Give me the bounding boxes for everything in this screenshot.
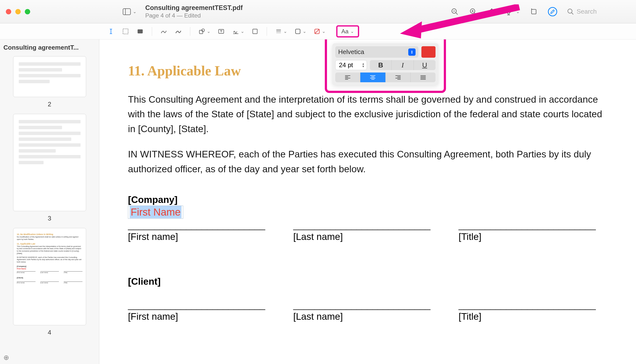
- sidebar-toggle-button[interactable]: ⌄: [123, 8, 136, 15]
- title-label: [Title]: [459, 311, 604, 322]
- font-size-input[interactable]: 24 pt ▲▼: [335, 60, 367, 70]
- shapes-tool[interactable]: ⌄: [198, 28, 210, 35]
- add-page-button[interactable]: ⊕: [4, 354, 9, 362]
- chevron-down-icon: ⌄: [303, 29, 306, 34]
- signature-line: __________________________: [459, 300, 604, 310]
- text-selection-tool[interactable]: [107, 28, 115, 35]
- align-justify-button[interactable]: [411, 72, 436, 82]
- svg-rect-24: [296, 29, 300, 34]
- chevron-down-icon: ⌄: [284, 29, 287, 34]
- zoom-out-button[interactable]: [450, 7, 459, 16]
- close-window-button[interactable]: [6, 9, 11, 14]
- share-button[interactable]: [487, 7, 496, 16]
- align-center-button[interactable]: [360, 72, 386, 82]
- svg-point-12: [568, 9, 572, 13]
- last-name-label: [Last name]: [293, 232, 439, 242]
- underline-button[interactable]: U: [414, 60, 436, 70]
- page-thumbnail-3[interactable]: [13, 114, 86, 211]
- window-titlebar: ⌄ Consulting agreementTEST.pdf Page 4 of…: [0, 0, 636, 23]
- border-color-tool[interactable]: ⌄: [294, 28, 306, 35]
- svg-line-6: [474, 13, 476, 14]
- note-tool[interactable]: [251, 28, 259, 35]
- text-style-label: Aa: [341, 28, 348, 35]
- font-size-value: 24 pt: [339, 61, 353, 69]
- rectangular-selection-tool[interactable]: [122, 28, 130, 35]
- select-arrows-icon: ▲▼: [408, 48, 416, 56]
- redact-tool[interactable]: [136, 28, 144, 35]
- stepper-icon[interactable]: ▲▼: [362, 62, 365, 68]
- align-right-button[interactable]: [386, 72, 411, 82]
- fill-color-tool[interactable]: ⌄: [313, 28, 326, 35]
- highlight-button[interactable]: ⌄: [506, 7, 520, 16]
- sketch-tool[interactable]: [160, 28, 168, 35]
- text-style-popover: Helvetica ▲▼ 24 pt ▲▼ B I U: [332, 43, 438, 85]
- page-thumbnail-2[interactable]: [13, 56, 86, 97]
- document-paragraph: This Consulting Agreement and the interp…: [128, 92, 604, 136]
- last-name-label: [Last name]: [293, 311, 439, 322]
- text-color-swatch[interactable]: [422, 46, 436, 58]
- minimize-window-button[interactable]: [15, 9, 21, 14]
- svg-rect-11: [532, 9, 536, 14]
- document-status: Page 4 of 4 — Edited: [145, 12, 243, 19]
- text-style-button[interactable]: Aa ⌄: [336, 25, 359, 38]
- svg-line-13: [572, 12, 574, 14]
- thumbnail-sidebar: Consulting agreementT... 2 3 10. No Modi…: [0, 40, 99, 364]
- signature-line: __________________________: [459, 220, 604, 230]
- zoom-in-button[interactable]: [469, 7, 478, 16]
- sidebar-doc-title: Consulting agreementT...: [0, 44, 99, 53]
- chevron-down-icon: ⌄: [207, 29, 210, 34]
- chevron-down-icon: ⌄: [133, 9, 136, 14]
- title-label: [Title]: [459, 232, 604, 242]
- font-family-value: Helvetica: [338, 48, 364, 56]
- sign-tool[interactable]: ⌄: [232, 28, 244, 35]
- italic-button[interactable]: I: [392, 60, 414, 70]
- client-label: [Client]: [128, 276, 604, 287]
- first-name-label: [First name]: [128, 232, 274, 242]
- svg-rect-16: [200, 30, 203, 34]
- fullscreen-window-button[interactable]: [25, 9, 30, 14]
- page-number: 4: [13, 329, 86, 336]
- border-style-tool[interactable]: ⌄: [275, 28, 287, 35]
- chevron-down-icon: ⌄: [350, 29, 354, 34]
- svg-line-3: [456, 13, 458, 14]
- font-family-select[interactable]: Helvetica ▲▼: [335, 46, 418, 58]
- company-label: [Company]: [128, 194, 604, 205]
- align-left-button[interactable]: [335, 72, 360, 82]
- signature-line: __________________________: [128, 300, 274, 310]
- search-placeholder: Search: [577, 8, 596, 15]
- text-annotation-content[interactable]: First Name: [130, 206, 182, 218]
- svg-rect-15: [138, 29, 143, 33]
- signature-line: __________________________: [293, 300, 439, 310]
- page-number: 3: [13, 214, 86, 222]
- svg-rect-14: [123, 29, 128, 34]
- chevron-down-icon: ⌄: [241, 29, 244, 34]
- bold-button[interactable]: B: [370, 60, 392, 70]
- chevron-down-icon: ⌄: [322, 29, 326, 34]
- svg-rect-20: [253, 29, 258, 34]
- rotate-button[interactable]: [530, 7, 538, 16]
- text-annotation-box[interactable]: First Name: [128, 206, 183, 219]
- first-name-label: [First name]: [128, 311, 274, 322]
- document-title: Consulting agreementTEST.pdf: [145, 4, 243, 12]
- chevron-down-icon: ⌄: [516, 9, 520, 14]
- markup-toolbar: ⌄ ⌄ ⌄ ⌄ ⌄ Aa ⌄: [0, 23, 636, 40]
- page-thumbnail-4[interactable]: 10. No Modification Unless in Writing No…: [13, 228, 86, 325]
- signature-line: __________________________: [128, 220, 274, 230]
- window-controls: [6, 9, 30, 14]
- draw-tool[interactable]: [174, 28, 182, 35]
- signature-line: __________________________: [293, 220, 439, 230]
- document-paragraph: IN WITNESS WHEREOF, each of the Parties …: [128, 147, 604, 176]
- document-viewport[interactable]: 11. Applicable Law This Consulting Agree…: [99, 40, 636, 364]
- markup-toggle-button[interactable]: [548, 7, 557, 16]
- document-info: Consulting agreementTEST.pdf Page 4 of 4…: [145, 4, 243, 19]
- text-tool[interactable]: [217, 28, 225, 35]
- svg-rect-0: [123, 8, 131, 14]
- svg-line-26: [315, 29, 320, 34]
- page-number: 2: [13, 100, 86, 108]
- search-field[interactable]: Search: [567, 8, 630, 15]
